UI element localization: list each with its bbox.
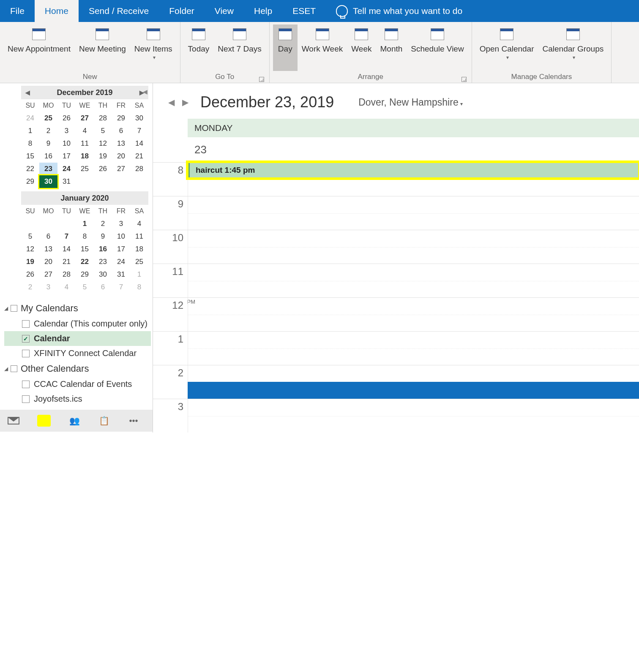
month-button[interactable]: Month <box>376 24 407 71</box>
tab-home[interactable]: Home <box>35 0 79 22</box>
calendar-day[interactable]: 2 <box>39 125 57 137</box>
time-row[interactable]: 11 <box>153 264 639 297</box>
time-slot[interactable] <box>188 230 639 264</box>
calendar-day[interactable]: 12 <box>94 137 112 150</box>
calendar-day[interactable]: 29 <box>21 175 39 188</box>
calendar-day[interactable]: 17 <box>57 150 76 163</box>
calendar-group-header[interactable]: ◢My Calendars <box>4 300 151 316</box>
calendar-day[interactable]: 28 <box>57 268 76 281</box>
prev-day-icon[interactable]: ◀ <box>168 97 175 107</box>
busy-block[interactable] <box>188 382 639 399</box>
calendar-day[interactable]: 25 <box>39 112 57 125</box>
time-row[interactable]: 1 <box>153 331 639 365</box>
tab-sendreceive[interactable]: Send / Receive <box>79 0 159 22</box>
calendar-day[interactable]: 13 <box>112 137 130 150</box>
calendar-day[interactable]: 24 <box>21 112 39 125</box>
calendar-day[interactable]: 30 <box>39 175 57 188</box>
calendar-group-header[interactable]: ◢Other Calendars <box>4 361 151 377</box>
calendar-day[interactable]: 20 <box>112 150 130 163</box>
new-appointment-button[interactable]: New Appointment <box>3 24 75 71</box>
calendar-day[interactable]: 29 <box>112 112 130 125</box>
day-number[interactable]: 23 <box>188 137 639 162</box>
calendar-item[interactable]: XFINITY Connect Calendar <box>4 346 151 361</box>
calendar-day[interactable]: 2 <box>21 281 39 294</box>
time-slot[interactable] <box>188 264 639 297</box>
calendar-day[interactable]: 19 <box>94 150 112 163</box>
calendar-day[interactable]: 16 <box>39 150 57 163</box>
calendar-day[interactable]: 1 <box>21 125 39 137</box>
calendar-day[interactable]: 4 <box>57 281 76 294</box>
calendar-day[interactable]: 8 <box>130 281 148 294</box>
calendar-day[interactable]: 7 <box>57 230 76 243</box>
calendar-day[interactable]: 29 <box>76 268 94 281</box>
arrange-dialog-launcher[interactable] <box>462 77 467 82</box>
calendar-day[interactable]: 21 <box>57 256 76 268</box>
calendar-day[interactable]: 31 <box>57 175 76 188</box>
calendar-day[interactable]: 7 <box>112 281 130 294</box>
work-week-button[interactable]: Work Week <box>298 24 347 71</box>
calendar-day[interactable]: 4 <box>130 218 148 230</box>
day-view-button[interactable]: Day <box>273 24 298 71</box>
calendar-item[interactable]: CCAC Calendar of Events <box>4 377 151 392</box>
collapse-sidebar-icon[interactable]: ◀ <box>143 88 147 95</box>
calendar-day[interactable]: 11 <box>130 230 148 243</box>
tab-folder[interactable]: Folder <box>159 0 205 22</box>
next7-button[interactable]: Next 7 Days <box>213 24 265 71</box>
calendar-day[interactable]: 23 <box>94 256 112 268</box>
tell-me-search[interactable]: Tell me what you want to do <box>353 6 462 16</box>
time-row[interactable]: 10 <box>153 230 639 264</box>
calendar-day[interactable]: 27 <box>112 163 130 175</box>
calendar-day[interactable]: 16 <box>94 243 112 256</box>
time-slot[interactable] <box>188 298 639 331</box>
location-dropdown[interactable]: Dover, New Hampshire <box>358 97 462 108</box>
calendar-day[interactable]: 12 <box>21 243 39 256</box>
calendar-day[interactable]: 7 <box>130 125 148 137</box>
calendar-day[interactable]: 24 <box>57 163 76 175</box>
calendar-day[interactable]: 27 <box>76 112 94 125</box>
calendar-day[interactable]: 14 <box>57 243 76 256</box>
calendar-day[interactable]: 14 <box>130 137 148 150</box>
open-calendar-button[interactable]: Open Calendar <box>475 24 538 71</box>
calendar-day[interactable]: 6 <box>94 281 112 294</box>
calendar-day[interactable]: 10 <box>57 137 76 150</box>
calendar-day[interactable]: 19 <box>21 256 39 268</box>
tab-help[interactable]: Help <box>244 0 282 22</box>
calendar-day[interactable]: 31 <box>112 268 130 281</box>
time-slot[interactable] <box>188 399 639 433</box>
calendar-day[interactable]: 9 <box>39 137 57 150</box>
calendar-day[interactable]: 26 <box>21 268 39 281</box>
time-slot[interactable] <box>188 196 639 230</box>
next-day-icon[interactable]: ▶ <box>182 97 188 107</box>
calendar-day[interactable]: 3 <box>57 125 76 137</box>
calendar-day[interactable]: 6 <box>39 230 57 243</box>
calendar-day[interactable]: 23 <box>39 163 57 175</box>
calendar-day[interactable]: 15 <box>76 243 94 256</box>
calendar-day[interactable]: 8 <box>76 230 94 243</box>
today-button[interactable]: Today <box>184 24 214 71</box>
calendar-day[interactable]: 27 <box>39 268 57 281</box>
calendar-day[interactable]: 2 <box>94 218 112 230</box>
calendar-day[interactable]: 3 <box>112 218 130 230</box>
calendar-day[interactable]: 26 <box>57 112 76 125</box>
calendar-day[interactable]: 21 <box>130 150 148 163</box>
calendar-day[interactable]: 22 <box>21 163 39 175</box>
calendar-day[interactable]: 1 <box>130 268 148 281</box>
calendar-day[interactable]: 25 <box>130 256 148 268</box>
calendar-day[interactable]: 3 <box>39 281 57 294</box>
tasks-nav-icon[interactable]: 📋 <box>98 416 110 425</box>
calendar-day[interactable]: 13 <box>39 243 57 256</box>
calendar-day[interactable]: 28 <box>130 163 148 175</box>
calendar-day[interactable]: 5 <box>21 230 39 243</box>
calendar-day[interactable]: 15 <box>21 150 39 163</box>
calendar-day[interactable]: 20 <box>39 256 57 268</box>
goto-dialog-launcher[interactable] <box>259 77 264 82</box>
calendar-day[interactable]: 1 <box>76 218 94 230</box>
calendar-item[interactable]: Calendar (This computer only) <box>4 316 151 331</box>
calendar-nav-icon[interactable] <box>37 415 51 427</box>
calendar-day[interactable]: 11 <box>76 137 94 150</box>
calendar-day[interactable]: 8 <box>21 137 39 150</box>
time-slot[interactable] <box>188 332 639 365</box>
calendar-day[interactable]: 17 <box>112 243 130 256</box>
week-button[interactable]: Week <box>347 24 376 71</box>
calendar-day[interactable]: 26 <box>94 163 112 175</box>
